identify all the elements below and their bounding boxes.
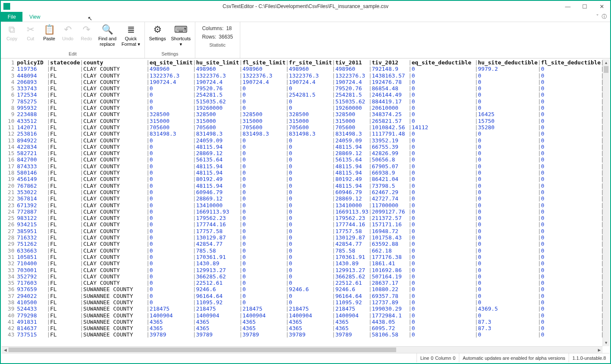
line-number: 32 — [2, 260, 17, 267]
cell: 0 — [289, 228, 332, 234]
separator: | — [193, 131, 196, 137]
separator: | — [538, 221, 541, 228]
redo-button[interactable]: ↷ Redo — [78, 23, 95, 42]
ribbon-group-edit: Edit — [3, 51, 142, 57]
line-number: 10 — [2, 118, 17, 124]
cell: CLAY COUNTY — [83, 215, 147, 221]
separator: | — [286, 98, 289, 105]
line-number: 1 — [2, 59, 17, 66]
separator: | — [193, 293, 196, 299]
cell: 0 — [411, 260, 475, 267]
cell: 0 — [478, 98, 538, 105]
column-header: eq_site_limit — [150, 59, 193, 66]
cell: FL — [50, 299, 80, 306]
horizontal-scrollbar[interactable]: ◀ ▶ — [2, 346, 603, 353]
separator: | — [193, 150, 196, 156]
separator: | — [538, 267, 541, 273]
separator: | — [475, 92, 478, 98]
cell: 48115.94 — [335, 144, 368, 150]
quick-format-button[interactable]: ≣ QuickFormat ▾ — [120, 23, 142, 48]
cell: 716332 — [17, 234, 47, 241]
cell: 0 — [411, 280, 475, 286]
separator: | — [475, 183, 478, 189]
cell: 0 — [150, 163, 193, 169]
separator: | — [80, 306, 83, 312]
column-header: statecode — [50, 59, 80, 66]
separator: | — [146, 131, 150, 137]
column-header: tiv_2011 — [335, 59, 368, 66]
separator: | — [146, 156, 150, 163]
column-header: fl_site_limit — [242, 59, 286, 66]
cell: 0 — [150, 208, 193, 215]
menu-file[interactable]: File — [1, 12, 22, 22]
cell: FL — [50, 79, 80, 85]
cell: 983122 — [17, 215, 47, 221]
separator: | — [286, 111, 289, 117]
cell: 705600 — [289, 124, 332, 131]
cell: 294022 — [17, 293, 47, 299]
cell: 0 — [541, 293, 601, 299]
separator: | — [369, 293, 372, 299]
collapse-ribbon-icon[interactable]: ˇ — [597, 14, 598, 20]
cell: FL — [50, 176, 80, 182]
cell: 42854.77 — [196, 241, 239, 247]
cell: 16948.72 — [372, 228, 408, 234]
cell: 17757.58 — [335, 228, 368, 234]
cell: 39789 — [150, 331, 193, 338]
cell: 17757.58 — [196, 228, 239, 234]
cell: 218475 — [242, 306, 286, 312]
cell: 0 — [411, 221, 475, 228]
csv-editor[interactable]: 1policyID |statecode|county |eq_site_lim… — [2, 59, 609, 346]
cell: 0 — [411, 293, 475, 299]
settings-button[interactable]: ⚙ Settings — [147, 23, 168, 42]
cell: 0 — [242, 137, 286, 144]
vertical-scrollbar[interactable]: ▲ ▼ — [603, 59, 609, 346]
undo-button[interactable]: ↶ Undo — [59, 23, 76, 42]
cell: 0 — [411, 137, 475, 144]
help-icon[interactable]: ⓘ — [602, 13, 607, 20]
cell: 0 — [150, 195, 193, 202]
separator: | — [369, 111, 372, 117]
cell: 0 — [478, 131, 538, 137]
cell: 0 — [289, 189, 332, 195]
cell: FL — [50, 247, 80, 254]
separator: | — [80, 156, 83, 163]
cell: 142071 — [17, 124, 47, 131]
scroll-left-button[interactable]: ◀ — [2, 347, 8, 353]
close-button[interactable]: ✕ — [593, 1, 610, 11]
find-replace-button[interactable]: 🔍 Find andreplace — [97, 23, 118, 48]
table-row: 13894922 |FL |CLAY COUNTY |0 |24059.09 |… — [2, 137, 609, 144]
separator: | — [475, 293, 478, 299]
cell: CLAY COUNTY — [83, 72, 147, 79]
cell: 4365 — [242, 319, 286, 325]
separator: | — [80, 319, 83, 325]
cell: 705600 — [335, 124, 368, 131]
separator: | — [80, 144, 83, 150]
separator: | — [538, 183, 541, 189]
copy-button[interactable]: ⧉ Copy — [3, 23, 20, 42]
table-row: 9223488 |FL |CLAY COUNTY |328500 |328500… — [2, 111, 609, 117]
separator: | — [475, 156, 478, 163]
scroll-down-button[interactable]: ▼ — [603, 339, 609, 346]
scroll-right-button[interactable]: ▶ — [596, 347, 603, 353]
scroll-up-button[interactable]: ▲ — [603, 59, 609, 66]
separator: | — [369, 247, 372, 254]
minimize-button[interactable]: — — [559, 1, 576, 11]
separator: | — [369, 260, 372, 267]
menu-view[interactable]: View — [22, 12, 47, 22]
paste-button[interactable]: 📋 Paste — [41, 23, 58, 42]
cell: 0 — [411, 247, 475, 254]
cell: 0 — [541, 176, 601, 182]
vertical-scrollbar-thumb[interactable] — [604, 66, 608, 73]
cell: 0 — [242, 144, 286, 150]
shortcuts-button[interactable]: ⌨ Shortcuts▾ — [169, 23, 192, 48]
separator: | — [369, 273, 372, 280]
cell: FL — [50, 111, 80, 117]
cell: 1010842.56 — [372, 124, 408, 131]
horizontal-scrollbar-thumb[interactable] — [8, 347, 396, 352]
cell: 0 — [478, 228, 538, 234]
maximize-button[interactable]: ☐ — [576, 1, 593, 11]
cell: 4365 — [196, 319, 239, 325]
table-row: 18580146 |FL |CLAY COUNTY |0 |48115.94 |… — [2, 169, 609, 176]
cut-button[interactable]: ✂ Cut — [22, 23, 39, 42]
